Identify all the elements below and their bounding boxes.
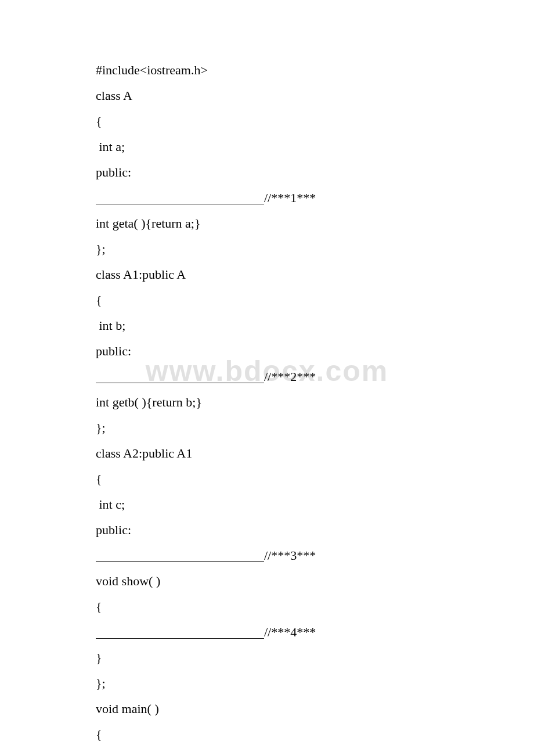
code-line: { <box>96 294 438 307</box>
code-comment: //***1*** <box>264 190 316 205</box>
code-comment: //***2*** <box>264 369 316 384</box>
code-line: int c; <box>96 498 438 511</box>
fill-in-blank <box>96 370 264 383</box>
code-line-blank: //***3*** <box>96 549 438 562</box>
fill-in-blank <box>96 549 264 562</box>
code-line: class A2:public A1 <box>96 447 438 460</box>
code-line-blank: //***2*** <box>96 370 438 383</box>
code-line: int getb( ){return b;} <box>96 396 438 409</box>
code-line: public: <box>96 166 438 179</box>
code-line: void show( ) <box>96 575 438 588</box>
code-comment: //***3*** <box>264 548 316 563</box>
code-line: { <box>96 115 438 128</box>
code-line-blank: //***4*** <box>96 626 438 639</box>
fill-in-blank <box>96 192 264 204</box>
code-line: int b; <box>96 319 438 332</box>
code-line: class A1:public A <box>96 268 438 281</box>
code-line-blank: //***1*** <box>96 192 438 204</box>
code-line: }; <box>96 243 438 255</box>
code-line: } <box>96 651 438 664</box>
code-line: { <box>96 600 438 613</box>
fill-in-blank <box>96 626 264 639</box>
code-line: }; <box>96 422 438 434</box>
code-content: #include<iostream.h> class A { int a; pu… <box>96 64 438 741</box>
code-line: { <box>96 473 438 485</box>
code-line: public: <box>96 345 438 358</box>
code-comment: //***4*** <box>264 625 316 639</box>
code-line: public: <box>96 524 438 537</box>
code-line: int geta( ){return a;} <box>96 217 438 230</box>
code-line: int a; <box>96 141 438 153</box>
code-line: void main( ) <box>96 703 438 715</box>
code-line: class A <box>96 89 438 102</box>
code-line: #include<iostream.h> <box>96 64 438 77</box>
code-line: { <box>96 728 438 741</box>
code-line: }; <box>96 677 438 690</box>
